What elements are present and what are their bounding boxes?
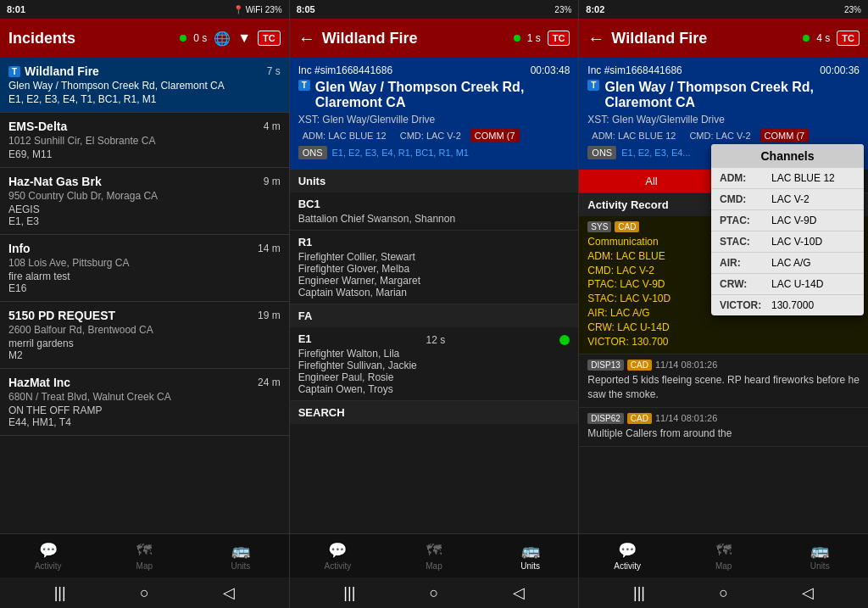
channel-adm-label: ADM: [720,172,766,184]
incident-detail-2: Inc #sim1668441686 00:03:48 T Glen Way /… [290,58,579,533]
android-home-2[interactable]: ○ [430,584,439,602]
android-home-1[interactable]: ○ [140,584,149,602]
units-tag-2: E1, E2, E3, E4, R1, BC1, R1, M1 [332,148,469,158]
nav-map-3[interactable]: 🗺 Map [676,534,772,577]
incident-name-ems: EMS-Delta [8,120,67,133]
status-icons-3: 23% [844,5,861,14]
incident-units2-5150: merril gardens [8,337,281,349]
nav-activity-1[interactable]: 💬 Activity [0,534,97,577]
incident-item-5150[interactable]: 5150 PD REQUEST 19 m 2600 Balfour Rd, Br… [0,302,289,369]
filter-icon[interactable]: ▼ [237,31,251,46]
time-3: 8:02 [586,4,604,14]
activity-icon-1: 💬 [39,541,58,560]
units-icon-3: 🚌 [810,541,829,560]
time-2: 8:05 [297,4,315,14]
back-button-2[interactable]: ← [298,29,315,48]
android-recents-3[interactable]: ◁ [802,583,814,602]
incident-item-wildland[interactable]: T Wildland Fire 7 s Glen Way / Thompson … [0,58,289,113]
inc-time-2: 00:03:48 [531,64,570,76]
activity-sys-2: DISP62 CAD 11/14 08:01:26 [587,413,860,424]
filter-tab-all[interactable]: All [579,170,723,192]
bottom-nav-3: 💬 Activity 🗺 Map 🚌 Units [579,533,868,577]
battery-3: 23% [844,5,861,14]
units-section-header-2: Units [290,170,579,192]
channels-title: Channels [711,144,864,168]
tc-badge-3[interactable]: TC [837,31,860,46]
channel-stac: STAC: LAC V-10D [711,231,864,253]
android-nav-2: ||| ○ ◁ [290,577,579,608]
nav-units-3[interactable]: 🚌 Units [771,534,868,577]
incident-item-hazmat[interactable]: HazMat Inc 24 m 680N / Treat Blvd, Walnu… [0,369,289,436]
incident-item-info[interactable]: Info 14 m 108 Lois Ave, Pittsburg CA fir… [0,235,289,302]
channels-popup[interactable]: Channels ADM: LAC BLUE 12 CMD: LAC V-2 P… [711,144,864,315]
r1-member-2: Engineer Warner, Margaret [298,275,570,287]
android-home-3[interactable]: ○ [719,584,728,602]
connection-dot-3 [803,35,810,42]
android-back-3[interactable]: ||| [633,584,645,602]
battery-1: 23% [265,5,282,14]
android-nav-3: ||| ○ ◁ [579,577,868,608]
channel-cmd-value: LAC V-2 [771,193,810,205]
inc-number-row-3: Inc #sim1668441686 00:00:36 [587,64,860,76]
incident-address-info: 108 Lois Ave, Pittsburg CA [8,257,281,269]
channel-ptac: PTAC: LAC V-9D [711,210,864,231]
incident-units-hazmat: E44, HM1, T4 [8,416,281,428]
detail-header-card-2: Inc #sim1668441686 00:03:48 T Glen Way /… [290,58,579,170]
comm-tag-3[interactable]: COMM (7 [760,129,810,142]
nav-units-2[interactable]: 🚌 Units [482,534,579,577]
bottom-nav-2: 💬 Activity 🗺 Map 🚌 Units [290,533,579,577]
nav-activity-2[interactable]: 💬 Activity [290,534,387,577]
comm-tag-2[interactable]: COMM (7 [470,129,520,142]
back-button-3[interactable]: ← [587,29,604,48]
screen-incidents: 8:01 📍 WiFi 23% Incidents 0 s 🌐 ▼ TC [0,0,290,608]
unit-r1-name: R1 [298,236,570,248]
fa-section-header-2: FA [290,304,579,327]
channel-victor: VICTOR: 130.7000 [711,295,864,315]
incidents-title: Incidents [8,30,173,47]
android-recents-1[interactable]: ◁ [223,583,235,602]
android-back-1[interactable]: ||| [54,584,66,602]
incident-address-wildland: Glen Way / Thompson Creek Rd, Claremont … [8,80,281,92]
cad-badge-1: CAD [627,360,652,371]
channel-cmd-label: CMD: [720,193,766,205]
incident-address-hazmat: 680N / Treat Blvd, Walnut Creek CA [8,391,281,403]
ons-tags-2: ONS E1, E2, E3, E4, R1, BC1, R1, M1 [298,146,570,159]
nav-activity-3[interactable]: 💬 Activity [579,534,676,577]
status-bar-2: 8:05 23% [290,0,579,19]
app-header-3: ← Wildland Fire 4 s TC [579,19,868,58]
android-recents-2[interactable]: ◁ [513,583,525,602]
map-icon-3: 🗺 [716,542,732,560]
nav-map-1[interactable]: 🗺 Map [97,534,193,577]
incident-header-wildland: T Wildland Fire 7 s [8,64,281,78]
incident-item-ems[interactable]: EMS-Delta 4 m 1012 Sunhill Cir, El Sobra… [0,113,289,168]
incident-header-ems: EMS-Delta 4 m [8,120,281,133]
bc1-member-0: Battalion Chief Swanson, Shannon [298,213,570,225]
globe-icon[interactable]: 🌐 [214,31,231,47]
android-back-2[interactable]: ||| [343,584,355,602]
e1-member-3: Captain Owen, Troys [298,383,570,395]
tc-badge-2[interactable]: TC [548,31,570,46]
units-tag-3: E1, E2, E3, E4... [621,148,690,158]
search-section[interactable]: SEARCH [290,401,579,424]
status-icons-1: 📍 WiFi 23% [233,5,282,14]
channel-adm: ADM: LAC BLUE 12 [711,168,864,189]
nav-map-2[interactable]: 🗺 Map [386,534,482,577]
r1-member-0: Firefighter Collier, Stewart [298,251,570,263]
unit-bc1-name: BC1 [298,198,570,210]
cmd-tag-2: CMD: LAC V-2 [396,130,465,142]
incident-name-wildland: T Wildland Fire [8,64,99,78]
inc-time-3: 00:00:36 [820,64,860,76]
detail-title-2: T Glen Way / Thompson Creek Rd, Claremon… [298,80,570,110]
incident-header-info: Info 14 m [8,242,281,255]
nav-units-1[interactable]: 🚌 Units [192,534,289,577]
channel-ptac-value: LAC V-9D [771,215,816,226]
activity-item-2: DISP62 CAD 11/14 08:01:26 Multiple Calle… [579,408,868,447]
timestamp-1: 11/14 08:01:26 [655,360,717,371]
e1-member-0: Firefighter Walton, Lila [298,348,570,360]
screen-units: 8:05 23% ← Wildland Fire 1 s TC Inc #sim… [290,0,580,608]
tc-badge-1[interactable]: TC [258,31,281,46]
timer-1: 0 s [193,32,207,44]
status-bar-1: 8:01 📍 WiFi 23% [0,0,289,19]
incident-units2-hazmat: ON THE OFF RAMP [8,404,281,416]
incident-item-haznat[interactable]: Haz-Nat Gas Brk 9 m 950 Country Club Dr,… [0,168,289,235]
